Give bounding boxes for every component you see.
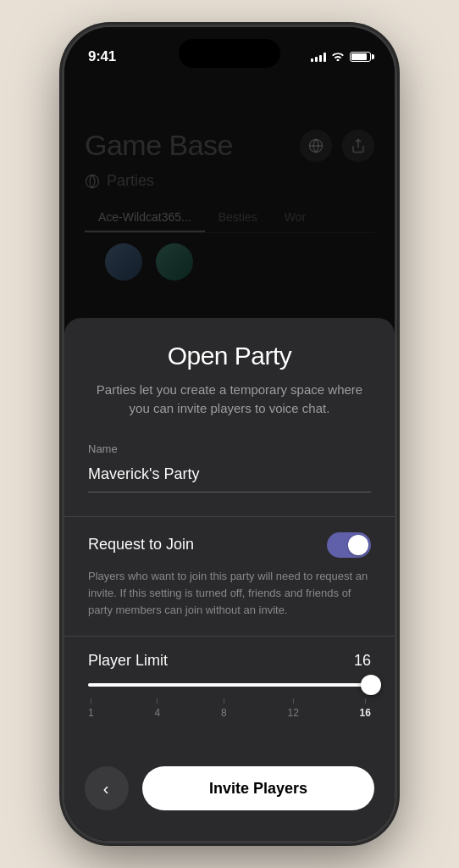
toggle-label: Request to Join <box>88 536 194 554</box>
modal-subtitle: Parties let you create a temporary space… <box>88 381 371 419</box>
back-button[interactable]: ‹ <box>85 766 129 810</box>
slider-label-8: 8 <box>221 707 227 719</box>
invite-button-label: Invite Players <box>209 780 307 798</box>
status-icons <box>311 50 371 64</box>
battery-icon <box>350 52 371 62</box>
player-limit-label: Player Limit <box>88 652 168 670</box>
status-time: 9:41 <box>88 48 116 65</box>
slider-thumb <box>361 675 381 695</box>
phone-shell: 9:41 Game Base <box>64 27 395 841</box>
chevron-left-icon: ‹ <box>103 780 109 797</box>
name-field-label: Name <box>88 442 371 455</box>
slider-label-1: 1 <box>88 707 94 719</box>
slider-label-4: 4 <box>154 707 160 719</box>
player-limit-value: 16 <box>354 652 371 670</box>
slider-label-12: 12 <box>287 707 298 719</box>
request-to-join-toggle[interactable] <box>327 532 371 558</box>
slider-labels: 1 4 8 12 16 <box>88 698 371 719</box>
player-limit-row: Player Limit 16 <box>88 637 371 683</box>
slider-label-16: 16 <box>360 707 371 719</box>
toggle-row: Request to Join <box>88 517 371 568</box>
invite-players-button[interactable]: Invite Players <box>142 766 374 810</box>
modal-title: Open Party <box>88 342 371 370</box>
player-limit-slider[interactable]: 1 4 8 12 16 <box>88 683 371 739</box>
wifi-icon <box>331 50 345 64</box>
bottom-bar: ‹ Invite Players <box>64 753 395 841</box>
signal-icon <box>311 52 326 62</box>
modal-overlay: Open Party Parties let you create a temp… <box>64 27 395 841</box>
status-bar: 9:41 <box>64 27 395 75</box>
toggle-description: Players who want to join this party will… <box>88 568 371 619</box>
party-name-input[interactable] <box>88 460 371 492</box>
